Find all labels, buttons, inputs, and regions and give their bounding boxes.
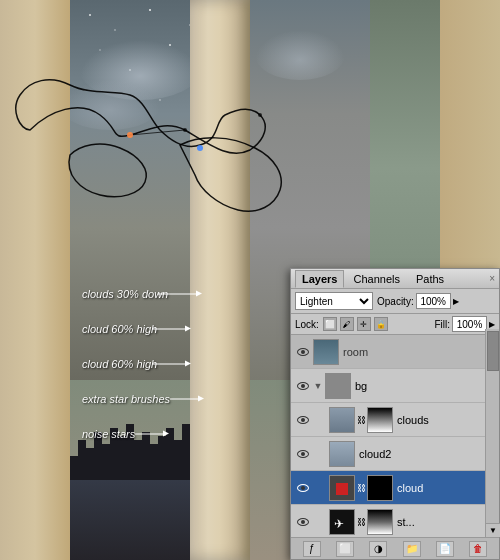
- stars-thumb-svg: ✈: [330, 510, 355, 535]
- layers-panel: Layers Channels Paths × Lighten Opacity:…: [290, 268, 500, 560]
- expand-arrow-bg[interactable]: ▼: [313, 373, 323, 399]
- cloud-shape-3: [255, 30, 345, 80]
- delete-layer-btn[interactable]: 🗑: [469, 541, 487, 557]
- panel-close-btn[interactable]: ×: [489, 273, 495, 284]
- svg-point-1: [114, 29, 116, 31]
- layer-item-bg[interactable]: ▼ bg: [291, 369, 499, 403]
- lock-transparent-btn[interactable]: ⬜: [323, 317, 337, 331]
- layer-thumbnail-clouds: [329, 407, 355, 433]
- layer-thumbnail-bg: [325, 373, 351, 399]
- eye-dot-cloud: [295, 484, 307, 492]
- fill-arrow[interactable]: ▶: [489, 320, 495, 329]
- scrollbar-track[interactable]: ▼: [485, 329, 499, 537]
- main-canvas: clouds 30% down cloud 60% high cloud 60%…: [0, 0, 500, 560]
- layer-name-room: room: [341, 346, 495, 358]
- layer-visibility-cloud2[interactable]: [295, 446, 311, 462]
- lock-label: Lock:: [295, 319, 319, 330]
- eye-icon-clouds: [297, 416, 309, 424]
- layer-thumbnail-room: [313, 339, 339, 365]
- layer-thumbnail-stars: ✈: [329, 509, 355, 535]
- opacity-label: Opacity:: [377, 296, 414, 307]
- opacity-row: Opacity: ▶: [377, 293, 459, 309]
- layers-list: room ▼ bg ⛓ clouds: [291, 335, 499, 545]
- tab-paths[interactable]: Paths: [409, 270, 451, 288]
- blend-mode-select[interactable]: Lighten: [295, 292, 373, 310]
- layer-name-bg: bg: [353, 380, 495, 392]
- lock-move-btn[interactable]: ✛: [357, 317, 371, 331]
- lock-paint-btn[interactable]: 🖌: [340, 317, 354, 331]
- layer-chain-stars: ⛓: [357, 515, 365, 529]
- add-style-btn[interactable]: ƒ: [303, 541, 321, 557]
- layer-name-clouds: clouds: [395, 414, 495, 426]
- layers-bottom-toolbar: ƒ ⬜ ◑ 📁 📄 🗑: [291, 537, 499, 559]
- eye-icon-stars: [297, 518, 309, 526]
- opacity-arrow[interactable]: ▶: [453, 297, 459, 306]
- annotation-cloud-60-high: cloud 60% high: [82, 323, 157, 335]
- layer-chain-clouds: ⛓: [357, 413, 365, 427]
- annotation-cloud-60-high-2: cloud 60% high: [82, 358, 157, 370]
- layer-name-cloud: cloud: [395, 482, 495, 494]
- scrollbar-down-btn[interactable]: ▼: [486, 523, 500, 537]
- layer-thumbnail-cloud: [329, 475, 355, 501]
- annotation-noise-stars: noise stars: [82, 428, 135, 440]
- layer-visibility-stars[interactable]: [295, 514, 311, 530]
- column: [190, 0, 250, 560]
- layer-name-cloud2: cloud2: [357, 448, 495, 460]
- layer-visibility-bg[interactable]: [295, 378, 311, 394]
- new-group-btn[interactable]: 📁: [403, 541, 421, 557]
- layer-visibility-clouds[interactable]: [295, 412, 311, 428]
- annotation-extra-stars: extra star brushes: [82, 393, 170, 405]
- lock-all-btn[interactable]: 🔒: [374, 317, 388, 331]
- svg-point-0: [89, 14, 91, 16]
- new-layer-btn[interactable]: 📄: [436, 541, 454, 557]
- add-mask-btn[interactable]: ⬜: [336, 541, 354, 557]
- layer-item-clouds[interactable]: ⛓ clouds: [291, 403, 499, 437]
- cloud-thumb-red: [336, 483, 348, 495]
- layer-mask-cloud: [367, 475, 393, 501]
- layers-titlebar: Layers Channels Paths ×: [291, 269, 499, 289]
- new-adj-btn[interactable]: ◑: [369, 541, 387, 557]
- svg-text:✈: ✈: [334, 517, 344, 531]
- layer-chain-cloud: ⛓: [357, 481, 365, 495]
- svg-point-2: [149, 9, 151, 11]
- layer-item-cloud[interactable]: ⛓ cloud: [291, 471, 499, 505]
- eye-icon-bg: [297, 382, 309, 390]
- panel-controls: Lighten Opacity: ▶: [291, 289, 499, 314]
- eye-icon-room: [297, 348, 309, 356]
- layer-mask-stars: [367, 509, 393, 535]
- layer-visibility-room[interactable]: [295, 344, 311, 360]
- layer-mask-clouds: [367, 407, 393, 433]
- fill-input[interactable]: [452, 316, 487, 332]
- cloud-shape-2: [70, 80, 160, 130]
- scrollbar-thumb[interactable]: [487, 331, 499, 371]
- layer-name-stars: st...: [395, 516, 484, 528]
- layer-item-room[interactable]: room: [291, 335, 499, 369]
- left-wall: [0, 0, 70, 560]
- eye-icon-cloud2: [297, 450, 309, 458]
- tab-layers[interactable]: Layers: [295, 270, 344, 288]
- layer-thumbnail-cloud2: [329, 441, 355, 467]
- layer-item-cloud2[interactable]: cloud2: [291, 437, 499, 471]
- fill-label: Fill:: [434, 319, 450, 330]
- annotation-clouds-30: clouds 30% down: [82, 288, 168, 300]
- lock-row: Lock: ⬜ 🖌 ✛ 🔒 Fill: ▶: [291, 314, 499, 335]
- layer-item-stars[interactable]: ✈ ⛓ st... ▼: [291, 505, 499, 539]
- opacity-input[interactable]: [416, 293, 451, 309]
- lock-icons: ⬜ 🖌 ✛ 🔒: [323, 317, 388, 331]
- layer-visibility-cloud[interactable]: [295, 480, 311, 496]
- tab-channels[interactable]: Channels: [346, 270, 406, 288]
